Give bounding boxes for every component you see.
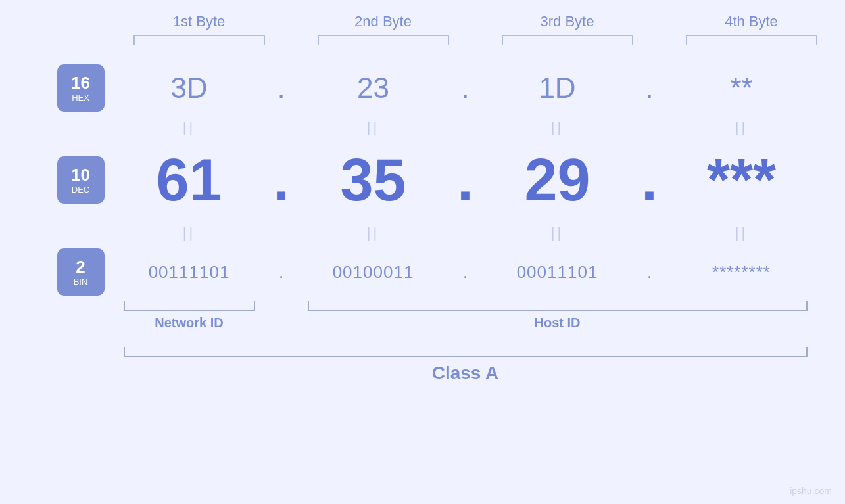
dec-dot-3: . [623, 147, 676, 214]
bin-byte-2: 00100011 [308, 262, 439, 283]
bin-dot-2: . [439, 262, 492, 283]
dec-dot-1: . [255, 147, 308, 214]
bin-row: 00111101 . 00100011 . 00011101 . *******… [114, 246, 817, 298]
hex-badge: 16 HEX [57, 64, 105, 112]
ip-grid: 3D . 23 . 1D . ** || || || || 61 [114, 62, 817, 384]
byte-header-4: 4th Byte [686, 13, 817, 30]
dec-dot-2: . [439, 147, 492, 214]
network-host-brackets: Network ID Host ID [114, 301, 817, 340]
bracket-1 [133, 35, 265, 45]
dec-byte-2: 35 [308, 147, 439, 214]
hex-dot-2: . [439, 72, 492, 104]
hex-row: 3D . 23 . 1D . ** [114, 62, 817, 114]
dec-byte-4: *** [676, 147, 808, 214]
hex-byte-3: 1D [492, 72, 623, 104]
class-bracket [124, 347, 808, 357]
host-id-bracket [308, 301, 808, 311]
separator-dec-bin: || || || || [114, 219, 817, 246]
bracket-2 [318, 35, 449, 45]
hex-badge-name: HEX [72, 93, 89, 103]
dec-row: 61 . 35 . 29 . *** [114, 141, 817, 219]
byte-header-1: 1st Byte [133, 13, 265, 30]
bin-badge: 2 BIN [57, 248, 105, 296]
hex-byte-4: ** [676, 72, 808, 104]
network-id-label: Network ID [155, 315, 223, 331]
bracket-4 [686, 35, 817, 45]
dec-byte-1: 61 [124, 147, 255, 214]
separator-hex-dec: || || || || [114, 114, 817, 141]
bin-dot-3: . [623, 262, 676, 283]
bin-byte-4: ******** [676, 262, 808, 283]
class-label: Class A [432, 363, 499, 384]
badges-column: 16 HEX 10 DEC 2 BIN [48, 62, 114, 384]
bin-byte-1: 00111101 [124, 262, 255, 283]
hex-dot-1: . [255, 72, 308, 104]
dec-badge-name: DEC [72, 185, 89, 195]
hex-badge-number: 16 [71, 74, 90, 93]
dec-badge-number: 10 [71, 166, 90, 185]
byte-header-2: 2nd Byte [318, 13, 449, 30]
bin-byte-3: 00011101 [492, 262, 623, 283]
dec-byte-3: 29 [492, 147, 623, 214]
class-bracket-section: Class A [114, 347, 817, 384]
bin-badge-name: BIN [74, 277, 88, 286]
bin-dot-1: . [255, 262, 308, 283]
host-id-label: Host ID [535, 315, 581, 331]
watermark: ipshu.com [790, 486, 832, 496]
byte-header-3: 3rd Byte [502, 13, 633, 30]
hex-dot-3: . [623, 72, 676, 104]
dec-badge: 10 DEC [57, 156, 105, 204]
hex-byte-1: 3D [124, 72, 255, 104]
bin-badge-number: 2 [76, 258, 85, 277]
network-id-bracket [124, 301, 255, 311]
hex-byte-2: 23 [308, 72, 439, 104]
main-container: 1st Byte 2nd Byte 3rd Byte 4th Byte [0, 0, 845, 504]
bracket-3 [502, 35, 633, 45]
